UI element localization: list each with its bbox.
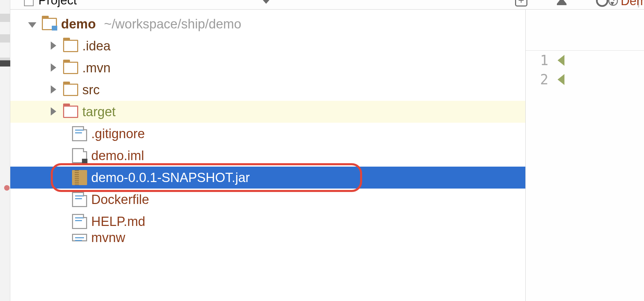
spring-boot-run-icon [608,0,618,6]
tree-row-target[interactable]: target [10,101,525,123]
archive-file-icon [72,170,87,185]
gutter-marker-icon[interactable] [558,74,564,85]
toolwindow-title-text: Project [38,0,77,8]
settings-gear-icon[interactable] [596,0,608,7]
project-tree[interactable]: demo ~/workspace/ship/demo .idea .mvn [10,10,526,301]
tree-row-gitignore[interactable]: .gitignore [10,123,525,145]
text-file-icon [72,192,87,207]
tree-row-idea[interactable]: .idea [10,35,525,57]
expand-arrow-icon[interactable] [51,41,56,50]
view-mode-dropdown-icon[interactable] [261,0,271,4]
editor-tab-bar [526,10,644,51]
tool-window-indicator-icon[interactable] [4,185,10,191]
tree-node-label: HELP.md [91,214,145,229]
tree-node-label: demo [61,17,96,32]
gutter-line-number[interactable]: 1 [526,51,548,70]
main-split: demo ~/workspace/ship/demo .idea .mvn [10,10,644,301]
tree-node-path: ~/workspace/ship/demo [104,17,241,32]
editor-pane[interactable]: 1 2 [526,10,644,301]
project-view-icon [24,0,34,6]
expand-arrow-icon[interactable] [51,63,56,72]
editor-tab-label: Dem [621,0,644,8]
tree-node-label: .gitignore [91,127,145,141]
tree-root-row[interactable]: demo ~/workspace/ship/demo [10,13,525,35]
project-toolbar: Project [0,0,644,10]
module-file-icon [72,148,87,163]
tool-stub[interactable] [0,14,10,22]
editor-tab[interactable]: Dem [608,0,644,8]
excluded-folder-icon [63,106,78,118]
expand-arrow-icon[interactable] [51,107,56,116]
tree-node-label: src [82,83,100,97]
tree-node-label: demo-0.0.1-SNAPSHOT.jar [91,170,250,185]
tree-row-mvn[interactable]: .mvn [10,57,525,79]
tree-node-label: .mvn [82,61,110,75]
tree-node-label: demo.iml [91,148,144,163]
tree-row-mvnw[interactable]: mvnw [10,232,525,243]
tree-node-label: Dockerfile [91,192,149,207]
tool-stub[interactable] [0,60,10,67]
module-folder-icon [42,18,57,30]
gutter-line-number[interactable]: 2 [526,70,548,89]
tree-node-label: .idea [82,39,110,53]
folder-icon [63,62,78,74]
text-file-icon [72,234,87,241]
left-toolwindow-strip[interactable] [0,0,10,301]
tree-node-label: target [82,105,116,119]
tree-row-iml[interactable]: demo.iml [10,145,525,167]
folder-icon [63,84,78,96]
text-file-icon [72,126,87,141]
tree-row-dockerfile[interactable]: Dockerfile [10,189,525,210]
locate-icon[interactable] [515,0,527,7]
expand-arrow-icon[interactable] [51,85,56,94]
collapse-all-icon[interactable] [557,0,567,4]
tool-stub[interactable] [0,34,10,43]
text-file-icon [72,214,87,229]
gutter-marker-icon[interactable] [558,55,564,66]
tree-row-src[interactable]: src [10,79,525,101]
folder-icon [63,40,78,52]
editor-gutter[interactable]: 1 2 [526,51,557,89]
tree-node-label: mvnw [91,232,125,243]
expand-arrow-icon[interactable] [28,22,36,28]
tree-row-helpmd[interactable]: HELP.md [10,210,525,232]
tree-row-jar[interactable]: demo-0.0.1-SNAPSHOT.jar [10,167,525,189]
toolwindow-title[interactable]: Project [24,0,254,8]
